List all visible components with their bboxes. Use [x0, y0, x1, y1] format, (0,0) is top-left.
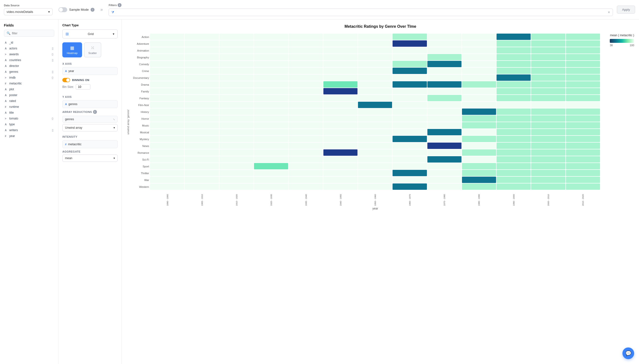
grid-cell-21-4[interactable] — [288, 177, 323, 183]
grid-cell-4-12[interactable] — [566, 61, 600, 67]
grid-cell-13-7[interactable] — [393, 122, 427, 128]
grid-cell-3-7[interactable] — [393, 54, 427, 60]
grid-cell-12-10[interactable] — [497, 115, 531, 122]
grid-cell-8-12[interactable] — [566, 88, 600, 94]
grid-cell-16-0[interactable] — [150, 142, 184, 149]
grid-cell-15-0[interactable] — [150, 136, 184, 142]
grid-cell-8-3[interactable] — [254, 88, 288, 94]
grid-cell-5-1[interactable] — [185, 68, 219, 74]
grid-cell-15-8[interactable] — [427, 136, 461, 142]
grid-cell-14-11[interactable] — [531, 129, 565, 135]
chat-button[interactable]: 💬 — [622, 348, 634, 359]
sidebar-field-plot[interactable]: A plot — [4, 86, 54, 92]
grid-cell-6-1[interactable] — [185, 74, 219, 81]
grid-cell-9-11[interactable] — [531, 95, 565, 101]
grid-cell-5-10[interactable] — [497, 68, 531, 74]
grid-cell-9-5[interactable] — [324, 95, 358, 101]
grid-cell-17-8[interactable] — [427, 150, 461, 156]
grid-cell-3-5[interactable] — [324, 54, 358, 60]
grid-cell-21-8[interactable] — [427, 177, 461, 183]
grid-cell-4-8[interactable] — [427, 61, 461, 67]
grid-cell-18-5[interactable] — [324, 156, 358, 162]
sidebar-field-title[interactable]: A title — [4, 110, 54, 116]
grid-cell-17-0[interactable] — [150, 150, 184, 156]
grid-cell-11-11[interactable] — [531, 108, 565, 115]
grid-cell-6-3[interactable] — [254, 74, 288, 81]
grid-cell-0-11[interactable] — [531, 34, 565, 40]
grid-cell-13-3[interactable] — [254, 122, 288, 128]
grid-cell-15-2[interactable] — [219, 136, 253, 142]
grid-cell-14-4[interactable] — [288, 129, 323, 135]
grid-cell-7-3[interactable] — [254, 81, 288, 88]
grid-cell-10-1[interactable] — [185, 102, 219, 108]
array-reductions-info-icon[interactable]: i — [93, 110, 97, 114]
sidebar-field-_id[interactable]: A _id — [4, 40, 54, 46]
grid-cell-12-11[interactable] — [531, 115, 565, 122]
grid-cell-21-11[interactable] — [531, 177, 565, 183]
grid-cell-13-4[interactable] — [288, 122, 323, 128]
grid-cell-9-2[interactable] — [219, 95, 253, 101]
grid-cell-19-12[interactable] — [566, 163, 600, 169]
grid-cell-13-10[interactable] — [497, 122, 531, 128]
grid-cell-19-3[interactable] — [254, 163, 288, 169]
grid-cell-10-8[interactable] — [427, 102, 461, 108]
grid-cell-6-9[interactable] — [462, 74, 496, 81]
grid-cell-0-0[interactable] — [150, 34, 184, 40]
grid-cell-22-9[interactable] — [462, 184, 496, 190]
grid-cell-15-7[interactable] — [393, 136, 427, 142]
grid-cell-12-2[interactable] — [219, 115, 253, 122]
grid-cell-3-8[interactable] — [427, 54, 461, 60]
grid-cell-18-0[interactable] — [150, 156, 184, 162]
grid-cell-16-7[interactable] — [393, 142, 427, 149]
grid-cell-11-4[interactable] — [288, 108, 323, 115]
grid-cell-11-2[interactable] — [219, 108, 253, 115]
grid-cell-3-11[interactable] — [531, 54, 565, 60]
grid-cell-8-8[interactable] — [427, 88, 461, 94]
grid-cell-18-3[interactable] — [254, 156, 288, 162]
grid-cell-5-5[interactable] — [324, 68, 358, 74]
grid-cell-16-5[interactable] — [324, 142, 358, 149]
grid-cell-20-6[interactable] — [358, 170, 392, 176]
grid-cell-12-9[interactable] — [462, 115, 496, 122]
grid-cell-17-7[interactable] — [393, 150, 427, 156]
grid-cell-8-7[interactable] — [393, 88, 427, 94]
grid-cell-11-12[interactable] — [566, 108, 600, 115]
grid-cell-18-1[interactable] — [185, 156, 219, 162]
grid-cell-20-4[interactable] — [288, 170, 323, 176]
grid-cell-1-7[interactable] — [393, 40, 427, 47]
grid-cell-13-11[interactable] — [531, 122, 565, 128]
scatter-button[interactable]: ⁙ Scatter — [84, 42, 101, 58]
grid-cell-3-0[interactable] — [150, 54, 184, 60]
grid-cell-19-11[interactable] — [531, 163, 565, 169]
grid-cell-17-1[interactable] — [185, 150, 219, 156]
grid-cell-8-1[interactable] — [185, 88, 219, 94]
grid-cell-0-10[interactable] — [497, 34, 531, 40]
grid-cell-11-9[interactable] — [462, 108, 496, 115]
grid-cell-16-11[interactable] — [531, 142, 565, 149]
grid-cell-10-9[interactable] — [462, 102, 496, 108]
grid-cell-12-6[interactable] — [358, 115, 392, 122]
grid-cell-2-2[interactable] — [219, 47, 253, 54]
grid-cell-13-5[interactable] — [324, 122, 358, 128]
grid-cell-19-6[interactable] — [358, 163, 392, 169]
grid-cell-21-6[interactable] — [358, 177, 392, 183]
grid-cell-9-7[interactable] — [393, 95, 427, 101]
grid-cell-20-5[interactable] — [324, 170, 358, 176]
grid-cell-0-9[interactable] — [462, 34, 496, 40]
grid-cell-2-0[interactable] — [150, 47, 184, 54]
grid-cell-7-1[interactable] — [185, 81, 219, 88]
grid-cell-4-5[interactable] — [324, 61, 358, 67]
grid-cell-11-8[interactable] — [427, 108, 461, 115]
grid-cell-13-2[interactable] — [219, 122, 253, 128]
grid-cell-0-8[interactable] — [427, 34, 461, 40]
grid-cell-12-1[interactable] — [185, 115, 219, 122]
grid-cell-5-3[interactable] — [254, 68, 288, 74]
grid-cell-1-8[interactable] — [427, 40, 461, 47]
grid-cell-10-10[interactable] — [497, 102, 531, 108]
grid-cell-11-10[interactable] — [497, 108, 531, 115]
grid-cell-7-7[interactable] — [393, 81, 427, 88]
sidebar-field-writers[interactable]: A writers [] — [4, 127, 54, 133]
aggregate-select[interactable]: mean ▾ — [62, 154, 118, 162]
grid-cell-1-3[interactable] — [254, 40, 288, 47]
grid-cell-9-8[interactable] — [427, 95, 461, 101]
